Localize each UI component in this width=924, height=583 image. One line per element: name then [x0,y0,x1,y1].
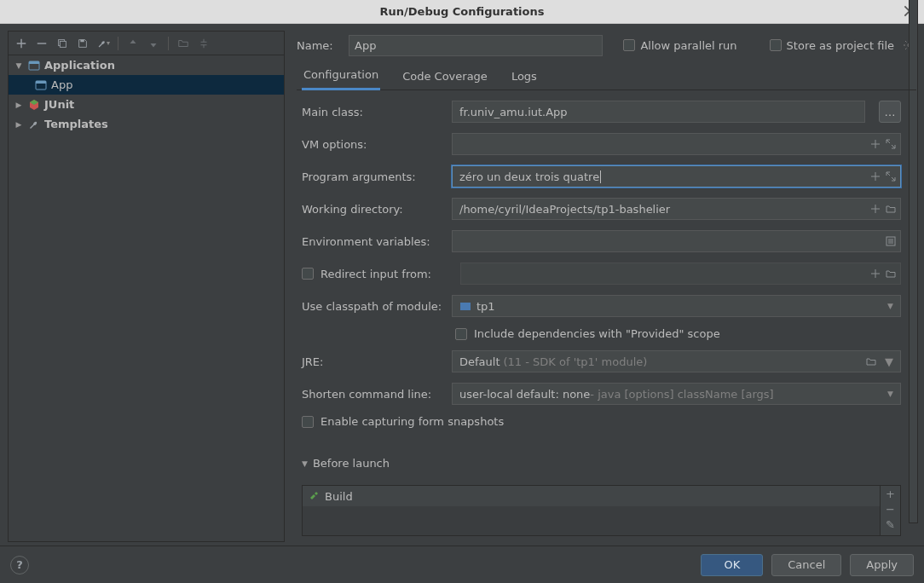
configuration-form: Main class: … VM options: [297,90,916,536]
svg-rect-2 [80,39,84,42]
add-icon[interactable]: + [886,488,895,501]
application-icon [34,78,48,92]
window-title: Run/Debug Configurations [380,5,545,18]
sidebar: ▾ ▼ Application App ▶ [8,31,285,542]
enable-snapshots-checkbox[interactable]: Enable capturing form snapshots [302,415,901,428]
application-icon [27,59,41,72]
name-label: Name: [297,39,335,52]
tree-node-application[interactable]: ▼ Application [9,55,284,75]
main-class-input[interactable] [452,101,865,123]
edit-icon[interactable]: ✎ [886,518,895,532]
allow-parallel-checkbox[interactable]: Allow parallel run [623,39,736,52]
close-icon[interactable] [902,3,917,19]
ok-button[interactable]: OK [701,554,763,576]
cancel-button[interactable]: Cancel [771,554,841,576]
folder-icon[interactable] [174,34,193,53]
browse-class-button[interactable]: … [879,101,901,123]
tab-bar: Configuration Code Coverage Logs [297,65,916,90]
checkbox-icon [455,328,467,340]
svg-rect-4 [29,61,39,64]
shorten-label: Shorten command line: [302,388,443,401]
tree-node-templates[interactable]: ▶ Templates [9,114,284,134]
vm-options-label: VM options: [302,138,443,151]
module-icon [459,300,471,312]
hammer-icon [308,490,320,502]
classpath-combo[interactable]: tp1 ▼ [452,295,901,317]
chevron-down-icon: ▼ [887,390,893,398]
copy-icon[interactable] [53,34,72,53]
config-tree: ▼ Application App ▶ JUnit ▶ Templates [9,55,284,541]
tree-node-junit[interactable]: ▶ JUnit [9,95,284,114]
workdir-label: Working directory: [302,203,443,216]
env-label: Environment variables: [302,235,443,248]
classpath-label: Use classpath of module: [302,300,443,313]
shorten-combo[interactable]: user-local default: none - java [options… [452,383,901,405]
chevron-down-icon: ▼ [302,459,308,468]
dialog-footer: ? OK Cancel Apply [0,545,924,583]
checkbox-icon [302,416,314,428]
tree-node-app[interactable]: App [9,75,284,95]
add-icon[interactable] [12,34,31,53]
apply-button[interactable]: Apply [850,554,914,576]
redirect-input[interactable] [460,263,901,285]
checkbox-icon [302,268,314,280]
svg-rect-6 [36,81,46,84]
redirect-input-checkbox[interactable]: Redirect input from: [302,268,452,280]
vm-options-input[interactable] [452,133,901,155]
chevron-down-icon: ▼ [14,61,24,70]
chevron-down-icon: ▼ [887,302,893,310]
store-as-file-checkbox[interactable]: Store as project file [770,38,916,52]
remove-icon[interactable] [32,34,51,53]
titlebar: Run/Debug Configurations [0,0,924,24]
save-icon[interactable] [73,34,92,53]
folder-icon [866,356,876,367]
svg-rect-10 [460,303,465,305]
tab-code-coverage[interactable]: Code Coverage [401,70,489,89]
move-up-icon[interactable] [124,34,142,53]
junit-icon [27,98,41,112]
svg-rect-1 [60,41,66,47]
sidebar-toolbar: ▾ [9,32,284,55]
before-launch-list: Build + − ✎ [302,485,901,536]
wrench-icon[interactable]: ▾ [94,34,113,53]
env-input[interactable] [452,230,901,252]
chevron-right-icon: ▶ [14,101,24,109]
move-down-icon[interactable] [144,34,163,53]
main-panel: Name: Allow parallel run Store as projec… [285,31,916,542]
include-provided-checkbox[interactable]: Include dependencies with "Provided" sco… [302,327,901,340]
checkbox-icon [770,39,782,51]
wrench-icon [27,118,41,131]
workdir-input[interactable] [452,198,901,220]
chevron-down-icon: ▼ [885,355,893,368]
before-launch-toolbar: + − ✎ [880,486,900,535]
before-launch-header[interactable]: ▼ Before launch [302,457,901,470]
collapse-icon[interactable] [194,34,213,53]
main-class-label: Main class: [302,106,443,118]
help-button[interactable]: ? [10,556,29,574]
svg-point-7 [908,43,911,47]
checkbox-icon [623,39,635,51]
app-root: ▾ ▼ Application App ▶ [0,24,924,583]
name-input[interactable] [349,35,603,56]
jre-combo[interactable]: Default (11 - SDK of 'tp1' module) ▼ [452,350,901,372]
chevron-right-icon: ▶ [14,120,24,129]
remove-icon[interactable]: − [886,503,895,517]
program-args-input[interactable]: zéro un deux trois quatre [452,165,901,188]
gear-icon[interactable] [903,38,916,52]
tab-configuration[interactable]: Configuration [302,68,380,90]
before-launch-item[interactable]: Build [303,486,880,506]
program-args-label: Program arguments: [302,170,443,183]
tab-logs[interactable]: Logs [510,70,539,89]
jre-label: JRE: [302,355,443,368]
